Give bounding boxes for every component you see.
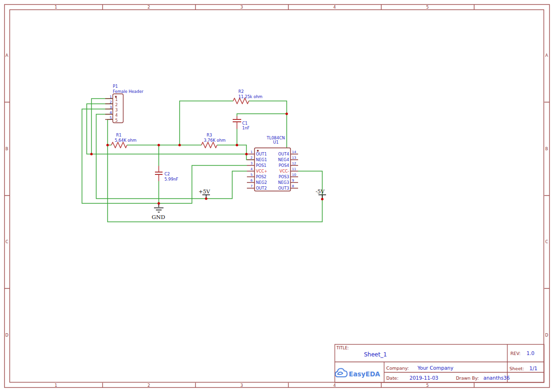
gnd-symbol xyxy=(154,203,163,212)
p1-ref[interactable]: P1 xyxy=(113,84,118,89)
c2-ref[interactable]: C2 xyxy=(164,172,170,176)
drawn-by-label: Drawn By: xyxy=(456,375,479,381)
ruler-col-bottom: 3 xyxy=(240,383,243,388)
schematic-editor-canvas: 1 2 3 4 5 1 2 3 4 5 A B C D A B C D xyxy=(0,0,554,392)
schematic-sheet: 1 2 3 4 5 1 2 3 4 5 A B C D A B C D xyxy=(0,0,554,392)
drawn-by-value[interactable]: ananths36 xyxy=(483,375,510,381)
p1-value[interactable]: Female Header xyxy=(113,89,144,94)
company-value[interactable]: Your Company xyxy=(417,365,454,371)
ruler-col-top: 2 xyxy=(147,5,150,9)
svg-text:4: 4 xyxy=(115,113,118,118)
ruler-col-bottom: 1 xyxy=(54,383,57,388)
svg-text:3: 3 xyxy=(251,162,253,165)
r1-symbol[interactable] xyxy=(111,142,127,148)
easyeda-logo-text: EasyEDA xyxy=(349,370,381,378)
svg-text:NEG4: NEG4 xyxy=(278,157,289,162)
r3-ref[interactable]: R3 xyxy=(207,133,212,137)
wire-gnd-net[interactable] xyxy=(82,109,247,203)
r3-symbol[interactable] xyxy=(201,142,217,148)
plus5-label[interactable]: +5V xyxy=(199,189,210,195)
wire-vplus-net[interactable] xyxy=(96,114,247,199)
svg-text:OUT3: OUT3 xyxy=(278,186,289,191)
ruler-col-top: 3 xyxy=(240,5,243,9)
power-flag-minus5[interactable]: -5V xyxy=(316,189,326,199)
svg-text:4: 4 xyxy=(109,110,112,115)
r1-ref[interactable]: R1 xyxy=(116,133,121,137)
title-label: TITLE: xyxy=(336,346,349,350)
sheet-ruler-labels: 1 2 3 4 5 1 2 3 4 5 A B C D A B C D xyxy=(5,5,548,388)
easyeda-cloud-icon xyxy=(336,369,347,377)
svg-text:7: 7 xyxy=(251,184,253,188)
svg-text:5: 5 xyxy=(115,118,118,123)
svg-text:4: 4 xyxy=(251,167,253,171)
svg-text:5: 5 xyxy=(109,116,112,120)
component-p1[interactable]: P1 Female Header 1 2 3 4 5 1 2 3 4 5 xyxy=(105,84,144,123)
c1-symbol[interactable] xyxy=(233,116,241,129)
svg-text:POS2: POS2 xyxy=(256,174,266,179)
component-r3[interactable]: R3 3.76K ohm xyxy=(201,133,226,148)
ruler-row-right: C xyxy=(545,239,548,244)
ruler-row-right: B xyxy=(545,146,548,151)
svg-text:POS1: POS1 xyxy=(256,163,266,168)
svg-text:VCC-: VCC- xyxy=(280,169,289,173)
svg-text:POS4: POS4 xyxy=(279,163,289,168)
rev-value[interactable]: 1.0 xyxy=(527,350,535,356)
sheet-label: Sheet: xyxy=(509,366,524,371)
svg-text:1: 1 xyxy=(109,95,112,99)
c1-ref[interactable]: C1 xyxy=(242,121,247,126)
ruler-col-top: 1 xyxy=(54,5,57,9)
ruler-col-bottom: 5 xyxy=(426,383,428,388)
u1-ref[interactable]: U1 xyxy=(273,140,279,145)
svg-text:2: 2 xyxy=(115,102,118,107)
component-r1[interactable]: R1 5.64K ohm xyxy=(111,133,136,148)
svg-text:14: 14 xyxy=(292,150,296,154)
p1-pin-numbers-inner: 1 2 3 4 5 xyxy=(115,97,118,123)
component-c1[interactable]: C1 1nF xyxy=(233,116,250,130)
svg-text:NEG1: NEG1 xyxy=(256,157,267,162)
ruler-row-left: D xyxy=(5,333,9,337)
power-flag-plus5[interactable]: +5V xyxy=(199,189,210,199)
component-u1[interactable]: TL084CN U1 1 2 3 4 5 6 7 14 13 12 11 10 … xyxy=(247,136,298,191)
ruler-col-top: 4 xyxy=(333,5,336,9)
svg-text:2: 2 xyxy=(109,100,112,104)
svg-text:OUT4: OUT4 xyxy=(278,152,289,156)
wire-signal-row[interactable] xyxy=(108,145,254,160)
ruler-row-left: C xyxy=(6,239,9,244)
easyeda-logo: EasyEDA xyxy=(336,369,381,378)
ruler-row-left: A xyxy=(6,53,9,58)
svg-text:OUT1: OUT1 xyxy=(256,152,267,156)
date-label: Date: xyxy=(386,375,399,381)
ruler-col-bottom: 2 xyxy=(147,383,150,388)
svg-text:5: 5 xyxy=(251,173,253,177)
r3-value[interactable]: 3.76K ohm xyxy=(204,138,226,143)
wire-c1-top[interactable] xyxy=(237,114,287,116)
r2-value[interactable]: 11.25k ohm xyxy=(238,94,263,99)
p1-body[interactable] xyxy=(113,94,123,123)
svg-text:6: 6 xyxy=(251,179,253,182)
company-label: Company: xyxy=(386,365,409,371)
component-r2[interactable]: R2 11.25k ohm xyxy=(233,89,263,104)
date-value[interactable]: 2019-11-03 xyxy=(409,375,438,381)
sheet-title[interactable]: Sheet_1 xyxy=(364,351,387,358)
svg-text:NEG2: NEG2 xyxy=(256,180,267,185)
svg-text:2: 2 xyxy=(251,156,253,160)
svg-text:10: 10 xyxy=(292,173,296,177)
sheet-frame xyxy=(5,5,550,388)
svg-text:1: 1 xyxy=(115,97,118,102)
svg-text:POS3: POS3 xyxy=(279,174,289,179)
c1-value[interactable]: 1nF xyxy=(242,126,250,130)
svg-text:3: 3 xyxy=(109,105,112,109)
power-flag-gnd[interactable]: GND xyxy=(152,203,165,220)
component-c2[interactable]: C2 5.99nF xyxy=(155,166,178,182)
sheet-value[interactable]: 1/1 xyxy=(529,365,537,371)
u1-right-pin-names: OUT4 NEG4 POS4 VCC- POS3 NEG3 OUT3 xyxy=(278,152,289,191)
c2-value[interactable]: 5.99nF xyxy=(164,177,178,182)
rev-label: REV: xyxy=(510,351,521,356)
c2-symbol[interactable] xyxy=(155,166,163,181)
ruler-row-right: A xyxy=(545,53,548,58)
gnd-label[interactable]: GND xyxy=(152,214,165,220)
r2-ref[interactable]: R2 xyxy=(238,89,244,94)
svg-text:12: 12 xyxy=(292,162,296,165)
svg-text:1: 1 xyxy=(251,150,253,154)
minus5-label[interactable]: -5V xyxy=(316,189,325,195)
